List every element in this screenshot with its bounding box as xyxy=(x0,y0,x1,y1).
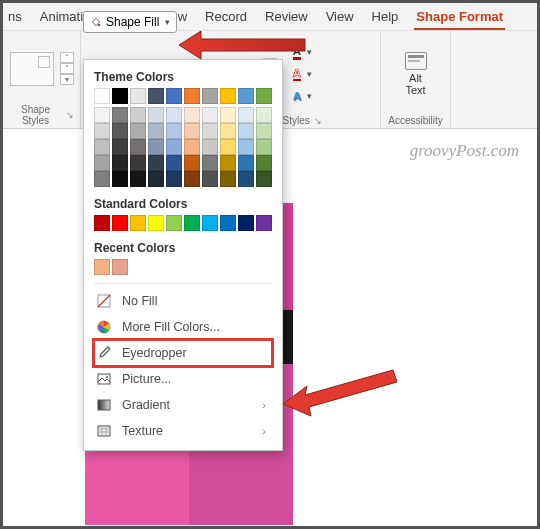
color-swatch[interactable] xyxy=(184,215,200,231)
gradient-icon xyxy=(96,397,112,413)
color-swatch[interactable] xyxy=(184,123,200,139)
tab-shape-format[interactable]: Shape Format xyxy=(416,9,503,24)
color-swatch[interactable] xyxy=(238,107,254,123)
text-outline-button[interactable]: A▾ xyxy=(289,64,316,84)
color-swatch[interactable] xyxy=(94,88,110,104)
color-swatch[interactable] xyxy=(166,155,182,171)
gallery-scroll: ˄ ˅ ▾ xyxy=(60,52,74,85)
color-swatch[interactable] xyxy=(94,215,110,231)
color-swatch[interactable] xyxy=(220,107,236,123)
color-swatch[interactable] xyxy=(220,171,236,187)
color-swatch[interactable] xyxy=(112,88,128,104)
color-swatch[interactable] xyxy=(130,171,146,187)
tab-view[interactable]: View xyxy=(326,9,354,24)
color-swatch[interactable] xyxy=(130,123,146,139)
menu-no-fill[interactable]: No Fill xyxy=(94,288,272,314)
color-swatch[interactable] xyxy=(130,155,146,171)
tab-transitions-cut[interactable]: ns xyxy=(8,9,22,24)
color-swatch[interactable] xyxy=(202,155,218,171)
color-swatch[interactable] xyxy=(202,139,218,155)
color-swatch[interactable] xyxy=(184,155,200,171)
menu-texture[interactable]: Texture › xyxy=(94,418,272,444)
color-swatch[interactable] xyxy=(148,171,164,187)
color-swatch[interactable] xyxy=(220,155,236,171)
menu-more-fill-colors[interactable]: More Fill Colors... xyxy=(94,314,272,340)
color-swatch[interactable] xyxy=(166,171,182,187)
color-swatch[interactable] xyxy=(94,123,110,139)
color-swatch[interactable] xyxy=(238,88,254,104)
color-swatch[interactable] xyxy=(112,155,128,171)
quick-styles-gallery[interactable] xyxy=(10,52,54,86)
color-swatch[interactable] xyxy=(184,171,200,187)
color-swatch[interactable] xyxy=(202,215,218,231)
color-swatch[interactable] xyxy=(238,215,254,231)
color-swatch[interactable] xyxy=(256,88,272,104)
color-swatch[interactable] xyxy=(94,139,110,155)
color-swatch[interactable] xyxy=(220,88,236,104)
color-swatch[interactable] xyxy=(202,123,218,139)
color-swatch[interactable] xyxy=(112,259,128,275)
color-swatch[interactable] xyxy=(130,107,146,123)
color-swatch[interactable] xyxy=(166,215,182,231)
color-swatch[interactable] xyxy=(166,107,182,123)
color-swatch[interactable] xyxy=(112,123,128,139)
quick-style-thumb[interactable] xyxy=(10,52,54,86)
color-swatch[interactable] xyxy=(202,171,218,187)
alt-text-button[interactable]: Alt Text xyxy=(405,52,427,96)
color-swatch[interactable] xyxy=(238,139,254,155)
color-swatch[interactable] xyxy=(94,259,110,275)
tab-record[interactable]: Record xyxy=(205,9,247,24)
color-swatch[interactable] xyxy=(256,123,272,139)
color-swatch[interactable] xyxy=(220,139,236,155)
menu-gradient[interactable]: Gradient › xyxy=(94,392,272,418)
color-swatch[interactable] xyxy=(148,107,164,123)
color-swatch[interactable] xyxy=(166,88,182,104)
color-swatch[interactable] xyxy=(130,215,146,231)
theme-colors-row xyxy=(94,88,272,104)
color-swatch[interactable] xyxy=(166,139,182,155)
color-swatch[interactable] xyxy=(184,107,200,123)
color-swatch[interactable] xyxy=(256,215,272,231)
gallery-up-button[interactable]: ˄ xyxy=(60,52,74,63)
color-swatch[interactable] xyxy=(184,88,200,104)
chevron-down-icon: ▾ xyxy=(307,91,312,101)
color-swatch[interactable] xyxy=(148,155,164,171)
color-swatch[interactable] xyxy=(256,139,272,155)
color-swatch[interactable] xyxy=(238,123,254,139)
color-swatch[interactable] xyxy=(130,139,146,155)
color-swatch[interactable] xyxy=(112,139,128,155)
color-swatch[interactable] xyxy=(148,88,164,104)
gallery-more-button[interactable]: ▾ xyxy=(60,74,74,85)
color-swatch[interactable] xyxy=(94,155,110,171)
chevron-down-icon: ▾ xyxy=(307,69,312,79)
color-swatch[interactable] xyxy=(256,155,272,171)
menu-picture[interactable]: Picture... xyxy=(94,366,272,392)
color-swatch[interactable] xyxy=(166,123,182,139)
color-swatch[interactable] xyxy=(184,139,200,155)
shape-fill-button[interactable]: Shape Fill ▾ xyxy=(83,11,177,33)
color-swatch[interactable] xyxy=(148,215,164,231)
gallery-down-button[interactable]: ˅ xyxy=(60,63,74,74)
color-swatch[interactable] xyxy=(94,107,110,123)
color-swatch[interactable] xyxy=(148,123,164,139)
color-swatch[interactable] xyxy=(112,107,128,123)
color-swatch[interactable] xyxy=(130,88,146,104)
color-swatch[interactable] xyxy=(202,107,218,123)
color-swatch[interactable] xyxy=(256,171,272,187)
color-swatch[interactable] xyxy=(94,171,110,187)
color-swatch[interactable] xyxy=(256,107,272,123)
color-swatch[interactable] xyxy=(202,88,218,104)
color-swatch[interactable] xyxy=(112,171,128,187)
color-swatch[interactable] xyxy=(220,123,236,139)
color-swatch[interactable] xyxy=(238,155,254,171)
menu-eyedropper[interactable]: Eyedropper xyxy=(94,340,272,366)
shape-styles-launcher-icon[interactable]: ↘ xyxy=(66,110,74,120)
color-swatch[interactable] xyxy=(148,139,164,155)
text-effects-button[interactable]: A▾ xyxy=(289,86,316,106)
color-swatch[interactable] xyxy=(112,215,128,231)
tab-help[interactable]: Help xyxy=(372,9,399,24)
color-swatch[interactable] xyxy=(238,171,254,187)
wordart-launcher-icon[interactable]: ↘ xyxy=(314,116,322,126)
color-swatch[interactable] xyxy=(220,215,236,231)
tab-review[interactable]: Review xyxy=(265,9,308,24)
